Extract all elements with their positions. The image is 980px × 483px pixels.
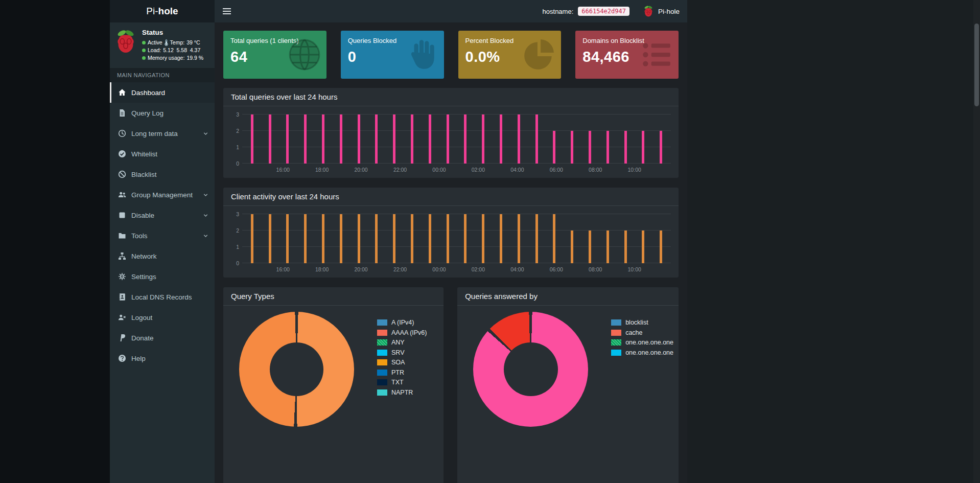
stat-card-domains-on-blocklist: Domains on Blocklist84,466 (575, 31, 679, 79)
sidebar-item-label: Network (131, 252, 157, 260)
nav-section-header: MAIN NAVIGATION (110, 68, 215, 82)
main-content: Total queries (1 clients)64Queries Block… (215, 22, 687, 483)
clock-icon (118, 129, 126, 137)
brand-logo[interactable]: Pi-hole (110, 0, 215, 22)
bar (660, 231, 662, 263)
sidebar-item-label: Long term data (131, 130, 178, 137)
legend-label: NAPTR (391, 389, 413, 396)
question-icon (118, 354, 126, 362)
sidebar-item-label: Donate (131, 334, 154, 342)
bar (464, 214, 466, 263)
bar-plot: 0123 (242, 214, 671, 263)
bar (447, 214, 449, 263)
legend-item-srv[interactable]: SRV (377, 349, 427, 356)
query-types-doughnut: A (IPv4)AAAA (IPv6)ANYSRVSOAPTRTXTNAPTR (223, 306, 444, 427)
body-row: Status Active Temp: 39 °C Load: 5.12 5.5… (110, 22, 687, 483)
x-axis-tick: 06:00 (550, 167, 563, 173)
sidebar: Status Active Temp: 39 °C Load: 5.12 5.5… (110, 22, 215, 483)
bar (518, 214, 520, 263)
sidebar-toggle-button[interactable] (222, 8, 231, 15)
x-axis-tick: 04:00 (510, 167, 524, 173)
scrollbar-thumb[interactable] (974, 24, 979, 106)
bar-slot (652, 214, 670, 263)
bar-slot (599, 214, 617, 263)
pihole-raspberry-icon (115, 29, 136, 56)
hamburger-icon (222, 8, 231, 15)
sidebar-item-label: Blacklist (131, 171, 157, 178)
bar-slot (599, 114, 617, 164)
bar (642, 131, 644, 164)
x-axis-tick: 06:00 (550, 266, 563, 272)
bar-slot (296, 214, 314, 263)
sidebar-item-settings[interactable]: Settings (110, 266, 215, 287)
status-line-active: Active Temp: 39 °C (142, 39, 203, 47)
x-axis-tick: 08:00 (589, 167, 602, 173)
brand-pi: Pi- (146, 6, 158, 17)
legend-label: one.one.one.one (625, 349, 673, 356)
sidebar-item-whitelist[interactable]: Whitelist (110, 144, 215, 164)
sidebar-item-label: Query Log (131, 109, 164, 117)
sidebar-item-logout[interactable]: Logout (110, 307, 215, 328)
legend-item-any[interactable]: ANY (377, 339, 427, 346)
hostname-value: 666154e2d947 (578, 7, 629, 16)
sidebar-item-disable[interactable]: Disable (110, 205, 215, 225)
legend-item-cache[interactable]: cache (611, 329, 673, 336)
screen: Pi-hole hostname: 666154e2d947 Pi-hole (0, 0, 980, 483)
bar (571, 131, 573, 164)
x-axis-tick: 02:00 (472, 266, 485, 272)
bar (304, 114, 307, 164)
panel-queries-answered-by: Queries answered by blocklistcacheone.on… (457, 287, 679, 483)
sidebar-item-label: Whitelist (131, 150, 157, 158)
stat-cards-row: Total queries (1 clients)64Queries Block… (223, 31, 679, 79)
browser-scrollbar[interactable] (973, 0, 980, 483)
legend-item-ptr[interactable]: PTR (377, 369, 427, 376)
bar (358, 114, 360, 164)
sidebar-item-help[interactable]: Help (110, 348, 215, 369)
sidebar-item-long-term-data[interactable]: Long term data (110, 123, 215, 144)
bar-slot (243, 214, 261, 263)
sidebar-item-label: Logout (131, 314, 152, 321)
sidebar-item-blacklist[interactable]: Blacklist (110, 164, 215, 185)
bar (589, 231, 591, 263)
chevron-down-icon (203, 131, 208, 136)
bar-slot (350, 214, 368, 263)
bar-slot (421, 114, 439, 164)
sidebar-item-network[interactable]: Network (110, 246, 215, 266)
queries-answered-by-doughnut: blocklistcacheone.one.one.oneone.one.one… (457, 306, 679, 427)
sidebar-item-donate[interactable]: Donate (110, 328, 215, 348)
donut-body: A (IPv4)AAAA (IPv6)ANYSRVSOAPTRTXTNAPTR (223, 306, 444, 427)
globe-icon (288, 38, 321, 72)
bar (500, 114, 502, 164)
status-dot-icon (142, 49, 146, 52)
legend-item-a-ipv4[interactable]: A (IPv4) (377, 319, 427, 326)
legend-swatch (377, 379, 387, 385)
load-label: Load: (148, 47, 161, 54)
pihole-app: Pi-hole hostname: 666154e2d947 Pi-hole (110, 0, 687, 483)
legend-item-blocklist[interactable]: blocklist (611, 319, 673, 326)
legend-item-txt[interactable]: TXT (377, 379, 427, 386)
bar (464, 114, 466, 164)
bar-slot (439, 114, 457, 164)
hand-icon (405, 38, 439, 72)
legend-item-one-one-one-one[interactable]: one.one.one.one (611, 339, 673, 346)
navbar-right: hostname: 666154e2d947 Pi-hole (543, 5, 680, 17)
sidebar-item-local-dns-records[interactable]: Local DNS Records (110, 287, 215, 307)
sidebar-item-group-management[interactable]: Group Management (110, 185, 215, 205)
bar (642, 231, 644, 263)
legend-item-one-one-one-one[interactable]: one.one.one.one (611, 349, 673, 356)
y-axis-tick: 2 (230, 227, 239, 234)
status-title: Status (142, 29, 203, 36)
legend-item-naptr[interactable]: NAPTR (377, 389, 427, 396)
bar-slot (528, 114, 546, 164)
sidebar-item-tools[interactable]: Tools (110, 225, 215, 246)
legend-item-aaaa-ipv6[interactable]: AAAA (IPv6) (377, 329, 427, 336)
legend-label: cache (625, 329, 642, 336)
network-icon (118, 252, 126, 260)
sidebar-item-query-log[interactable]: Query Log (110, 103, 215, 123)
sidebar-item-dashboard[interactable]: Dashboard (110, 82, 215, 103)
x-axis-tick: 22:00 (393, 167, 407, 173)
memory-label: Memory usage: (148, 54, 184, 62)
thermometer-icon (165, 39, 168, 46)
bar-slot (243, 114, 261, 164)
legend-item-soa[interactable]: SOA (377, 359, 427, 366)
